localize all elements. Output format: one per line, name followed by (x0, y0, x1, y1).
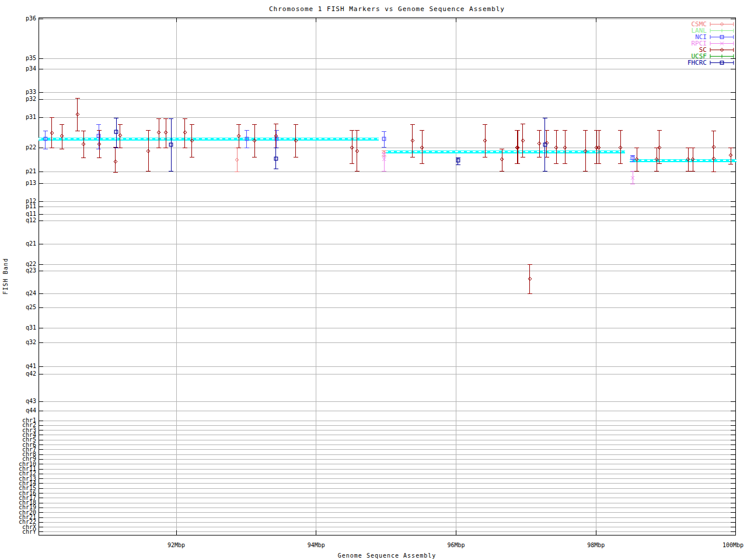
legend-label-FHCRC: FHCRC (687, 60, 707, 66)
series-FHCRC (114, 118, 547, 171)
y-tick-label-p22: p22 (26, 145, 36, 150)
x-tick-label-96Mbp: 96Mbp (447, 542, 465, 548)
plot-canvas (0, 0, 747, 560)
y-tick-label-q22: q22 (26, 262, 36, 267)
legend-row-LANL: LANL (687, 27, 734, 34)
y-tick-label-q12: q12 (26, 218, 36, 223)
y-tick-label-p13: p13 (26, 181, 36, 186)
legend-swatch-LANL-icon (710, 27, 734, 34)
series-CSMC (235, 148, 386, 172)
legend-swatch-FHCRC-icon (710, 60, 734, 66)
y-tick-label-q31: q31 (26, 326, 36, 330)
y-tick-label-chrY: chrY (22, 530, 36, 534)
y-tick-label-p32: p32 (26, 97, 36, 102)
legend-swatch-UCSF-icon (710, 53, 734, 60)
y-tick-label-q23: q23 (26, 268, 36, 273)
y-tick-label-p36: p36 (26, 16, 36, 21)
x-tick-label-98Mbp: 98Mbp (587, 542, 605, 548)
y-tick-label-q21: q21 (26, 242, 36, 246)
y-tick-label-p34: p34 (26, 66, 36, 71)
y-tick-label-q11: q11 (26, 212, 36, 216)
legend-row-FHCRC: FHCRC (687, 60, 734, 66)
legend-swatch-CSMC-icon (710, 21, 734, 27)
x-tick-label-100Mbp: 100Mbp (722, 542, 743, 548)
legend-swatch-NCI-icon (710, 34, 734, 40)
x-axis-title: Genome Sequence Assembly (39, 552, 735, 559)
y-tick-label-q25: q25 (26, 305, 36, 310)
y-tick-label-p21: p21 (26, 169, 36, 174)
y-tick-label-p33: p33 (26, 90, 36, 94)
y-tick-label-q44: q44 (26, 408, 36, 413)
plot-frame (39, 18, 735, 535)
y-tick-label-p11: p11 (26, 204, 36, 209)
y-tick-label-p35: p35 (26, 56, 36, 61)
fish-marker-chart: Chromosome 1 FISH Markers vs Genome Sequ… (0, 0, 747, 560)
x-tick-label-92Mbp: 92Mbp (167, 542, 185, 548)
y-tick-label-q41: q41 (26, 364, 36, 369)
y-tick-label-q42: q42 (26, 372, 36, 376)
y-tick-label-p31: p31 (26, 115, 36, 120)
y-tick-label-q43: q43 (26, 399, 36, 404)
legend-swatch-SC-icon (710, 47, 734, 53)
legend-row-RPCI: RPCI (687, 40, 734, 47)
y-tick-label-q32: q32 (26, 340, 36, 345)
series-RPCI (382, 153, 635, 184)
legend: CSMCLANLNCIRPCISCUCSFFHCRC (687, 21, 734, 66)
x-tick-label-94Mbp: 94Mbp (308, 542, 325, 548)
y-tick-label-q24: q24 (26, 291, 36, 296)
legend-swatch-RPCI-icon (710, 40, 734, 47)
